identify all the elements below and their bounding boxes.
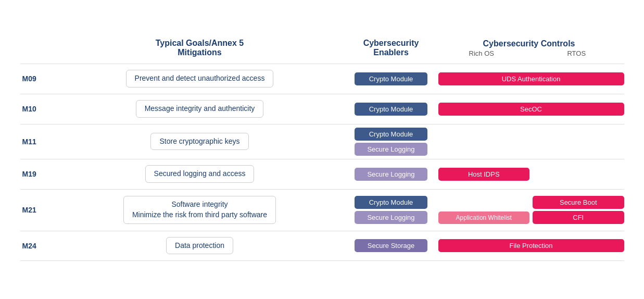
header-goals-title: Typical Goals/Annex 5 <box>52 39 348 48</box>
goal-text-m10: Message integrity and authenticity <box>145 104 255 113</box>
control-appwhitelist-m21: Application Whitelist <box>438 211 530 224</box>
row-controls-m24: File Protection <box>434 239 624 252</box>
header-controls-sub: Rich OS RTOS <box>434 49 624 57</box>
row-goals-m10: Message integrity and authenticity <box>52 98 348 120</box>
row-m10: M10 Message integrity and authenticity C… <box>20 94 624 124</box>
row-goals-m19: Secured logging and access <box>52 163 348 185</box>
row-enablers-m10: Crypto Module <box>348 103 434 116</box>
row-m24: M24 Data protection Secure Storage File … <box>20 231 624 261</box>
badge-logging-m21: Secure Logging <box>355 211 427 224</box>
goal-text-m11: Store cryptographic keys <box>159 137 239 145</box>
row-enablers-m09: Crypto Module <box>348 72 434 85</box>
header-controls-col: Cybersecurity Controls Rich OS RTOS <box>434 39 624 57</box>
row-controls-m21: Application Whitelist Secure Boot CFI <box>434 196 624 224</box>
badge-crypto-m09: Crypto Module <box>355 72 427 85</box>
goal-box-m19: Secured logging and access <box>145 165 255 183</box>
goal-text-m21-line2: Minimize the risk from third party softw… <box>132 210 267 220</box>
control-cfi-m21: CFI <box>533 211 624 224</box>
row-m09: M09 Prevent and detect unauthorized acce… <box>20 64 624 94</box>
header-goals-title2: Mitigations <box>52 48 348 57</box>
row-id-m21: M21 <box>20 206 52 214</box>
header-enablers-title: Cybersecurity <box>348 39 434 48</box>
controls-rtos-m19 <box>533 168 624 181</box>
row-id-m10: M10 <box>20 105 52 113</box>
goal-box-m11: Store cryptographic keys <box>150 133 248 151</box>
row-m19: M19 Secured logging and access Secure Lo… <box>20 159 624 189</box>
row-controls-m19: Host IDPS <box>434 168 624 181</box>
control-fileprotection-m24: File Protection <box>438 239 624 252</box>
controls-inner-m19: Host IDPS <box>438 168 624 181</box>
row-goals-m21: Software integrity Minimize the risk fro… <box>52 194 348 226</box>
row-goals-m11: Store cryptographic keys <box>52 131 348 153</box>
row-enablers-m24: Secure Storage <box>348 239 434 252</box>
control-secureboot-m21: Secure Boot <box>533 196 624 209</box>
control-hostidps-m19: Host IDPS <box>438 168 530 181</box>
main-container: Typical Goals/Annex 5 Mitigations Cybers… <box>10 33 635 266</box>
goal-box-m21: Software integrity Minimize the risk fro… <box>123 196 276 223</box>
badge-crypto-m11: Crypto Module <box>355 128 427 141</box>
badge-logging-m19: Secure Logging <box>355 168 427 181</box>
goal-text-m09: Prevent and detect unauthorized access <box>135 74 265 82</box>
control-uds-m09: UDS Authentication <box>438 72 624 85</box>
header-enablers-col: Cybersecurity Enablers <box>348 39 434 57</box>
row-enablers-m21: Crypto Module Secure Logging <box>348 196 434 224</box>
row-id-m19: M19 <box>20 170 52 178</box>
controls-full-m09: UDS Authentication <box>438 72 624 85</box>
row-m11: M11 Store cryptographic keys Crypto Modu… <box>20 124 624 159</box>
badge-logging-m11: Secure Logging <box>355 143 427 156</box>
row-controls-m10: SecOC <box>434 103 624 116</box>
goal-text-m24: Data protection <box>175 241 224 250</box>
goal-box-m24: Data protection <box>166 237 233 255</box>
header-goals-col: Typical Goals/Annex 5 Mitigations <box>52 39 348 57</box>
row-enablers-m11: Crypto Module Secure Logging <box>348 128 434 156</box>
goal-text-m21-line1: Software integrity <box>132 200 267 210</box>
badge-storage-m24: Secure Storage <box>355 239 427 252</box>
header-controls-title: Cybersecurity Controls <box>434 39 624 48</box>
badge-crypto-m21: Crypto Module <box>355 196 427 209</box>
header-rtos: RTOS <box>529 49 624 57</box>
controls-inner-m21: Application Whitelist Secure Boot CFI <box>438 196 624 224</box>
header-rich-os: Rich OS <box>434 49 529 57</box>
header-row: Typical Goals/Annex 5 Mitigations Cybers… <box>20 39 624 59</box>
goal-box-m09: Prevent and detect unauthorized access <box>126 70 274 88</box>
row-id-m09: M09 <box>20 74 52 83</box>
row-id-m24: M24 <box>20 242 52 250</box>
header-enablers-title2: Enablers <box>348 48 434 57</box>
control-secoc-m10: SecOC <box>438 103 624 116</box>
controls-rich-m21: Application Whitelist <box>438 211 530 224</box>
row-goals-m09: Prevent and detect unauthorized access <box>52 68 348 90</box>
row-goals-m24: Data protection <box>52 235 348 257</box>
badge-crypto-m10: Crypto Module <box>355 103 427 116</box>
row-id-m11: M11 <box>20 138 52 146</box>
row-m21: M21 Software integrity Minimize the risk… <box>20 189 624 231</box>
goal-text-m19: Secured logging and access <box>154 169 246 178</box>
controls-rtos-m21: Secure Boot CFI <box>533 196 624 224</box>
row-controls-m09: UDS Authentication <box>434 72 624 85</box>
row-enablers-m19: Secure Logging <box>348 168 434 181</box>
controls-rich-m19: Host IDPS <box>438 168 530 181</box>
goal-box-m10: Message integrity and authenticity <box>136 100 264 118</box>
